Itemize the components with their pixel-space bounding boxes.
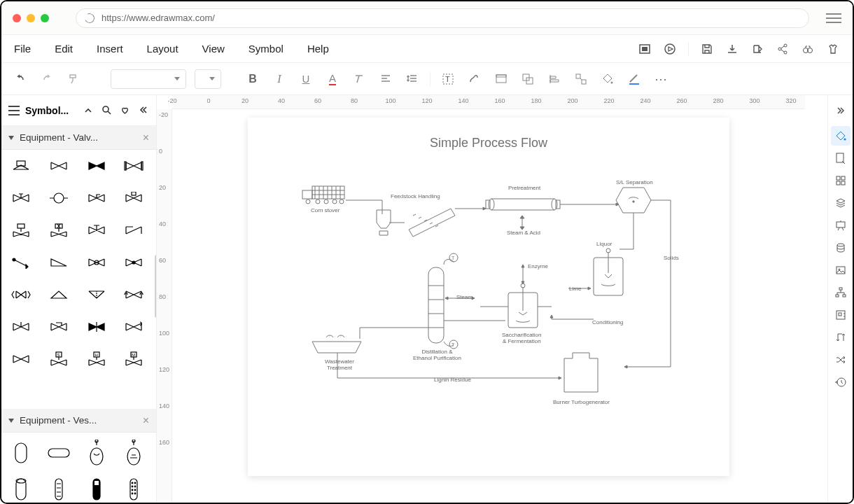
vessel-shape-2[interactable] xyxy=(83,440,111,466)
menu-file[interactable]: File xyxy=(14,43,31,55)
valve-shape-17[interactable] xyxy=(45,286,73,304)
section-header-vessels[interactable]: Equipment - Ves... × xyxy=(1,409,156,433)
valve-shape-8[interactable] xyxy=(7,221,35,239)
connector-button[interactable] xyxy=(465,70,484,88)
list-icon[interactable] xyxy=(8,106,20,115)
fill-button[interactable] xyxy=(598,70,617,88)
download-icon[interactable] xyxy=(725,42,739,56)
valve-shape-6[interactable] xyxy=(83,189,111,207)
vessel-shape-6[interactable] xyxy=(83,476,111,503)
scrollbar-thumb[interactable] xyxy=(155,255,156,318)
redo-button[interactable] xyxy=(38,70,56,88)
valve-shape-3[interactable] xyxy=(120,157,148,175)
valve-shape-9[interactable] xyxy=(45,221,73,239)
distribute-button[interactable] xyxy=(572,70,590,88)
font-family-select[interactable] xyxy=(111,69,186,89)
text-frame-button[interactable]: T xyxy=(439,70,457,88)
binoculars-icon[interactable] xyxy=(801,42,815,56)
valve-shape-21[interactable] xyxy=(45,318,73,336)
container-button[interactable] xyxy=(492,70,510,88)
canvas-area[interactable]: -200204060801001201401601802002202402602… xyxy=(157,95,827,504)
diagram-page[interactable]: Simple Process Flow xyxy=(248,118,729,476)
presentation-icon[interactable] xyxy=(831,216,850,235)
valve-shape-10[interactable] xyxy=(83,221,111,239)
present-rect-icon[interactable] xyxy=(638,42,652,56)
clear-format-button[interactable] xyxy=(350,70,368,88)
italic-button[interactable]: I xyxy=(270,70,288,88)
grid-icon[interactable] xyxy=(831,171,850,190)
vessel-shape-7[interactable] xyxy=(120,476,148,503)
valve-shape-26[interactable]: H xyxy=(83,350,111,368)
valve-shape-14[interactable] xyxy=(83,253,111,272)
more-button[interactable]: ⋯ xyxy=(652,70,670,88)
valve-shape-1[interactable] xyxy=(45,157,73,175)
menu-edit[interactable]: Edit xyxy=(55,43,73,55)
stroke-button[interactable] xyxy=(625,70,643,88)
address-bar[interactable]: https://www.edrawmax.com/ xyxy=(76,8,809,28)
history-icon[interactable] xyxy=(831,372,850,392)
font-size-select[interactable] xyxy=(195,69,221,89)
menu-insert[interactable]: Insert xyxy=(97,43,123,55)
ruler-panel-icon[interactable] xyxy=(831,305,850,325)
valve-shape-22[interactable] xyxy=(83,318,111,336)
valve-shape-27[interactable]: M xyxy=(120,350,148,368)
valve-shape-5[interactable] xyxy=(45,189,73,207)
vessel-shape-0[interactable] xyxy=(7,440,35,466)
maximize-window-button[interactable] xyxy=(41,14,49,22)
valve-shape-20[interactable] xyxy=(7,318,35,336)
share-nodes-icon[interactable] xyxy=(776,42,790,56)
play-circle-icon[interactable] xyxy=(663,42,677,56)
vessel-shape-4[interactable] xyxy=(7,476,35,503)
valve-shape-24[interactable] xyxy=(7,350,35,368)
valve-shape-4[interactable] xyxy=(7,189,35,207)
valve-shape-0[interactable] xyxy=(7,157,35,175)
valve-shape-11[interactable] xyxy=(120,221,148,239)
search-icon[interactable] xyxy=(100,104,113,117)
expand-up-icon[interactable] xyxy=(82,104,94,117)
close-icon[interactable]: × xyxy=(143,132,149,144)
menu-layout[interactable]: Layout xyxy=(147,43,178,55)
vessel-shape-3[interactable] xyxy=(120,440,148,466)
valve-shape-16[interactable] xyxy=(7,286,35,304)
format-painter-button[interactable] xyxy=(64,70,83,88)
text-align-button[interactable] xyxy=(377,70,395,88)
minimize-window-button[interactable] xyxy=(27,14,35,22)
sitemap-icon[interactable] xyxy=(831,283,850,302)
valve-shape-25[interactable]: S xyxy=(45,350,73,368)
database-icon[interactable] xyxy=(831,238,850,258)
valve-shape-15[interactable] xyxy=(120,253,148,272)
valve-shape-13[interactable] xyxy=(45,253,73,272)
save-icon[interactable] xyxy=(700,42,714,56)
text-color-button[interactable]: A xyxy=(323,70,342,88)
menu-view[interactable]: View xyxy=(202,43,225,55)
menu-symbol[interactable]: Symbol xyxy=(248,43,284,55)
process-flow-diagram[interactable]: T T xyxy=(248,118,729,476)
page-settings-icon[interactable] xyxy=(831,148,850,168)
image-icon[interactable] xyxy=(831,260,850,280)
close-icon[interactable]: × xyxy=(143,414,149,427)
bold-button[interactable]: B xyxy=(244,70,262,88)
heart-icon[interactable] xyxy=(118,104,131,117)
section-header-valves[interactable]: Equipment - Valv... × xyxy=(1,126,156,150)
shirt-icon[interactable] xyxy=(826,42,840,56)
paint-bucket-icon[interactable] xyxy=(831,126,850,146)
vessel-shape-1[interactable] xyxy=(45,440,73,466)
layers-icon[interactable] xyxy=(831,193,850,213)
text-direction-icon[interactable] xyxy=(831,328,850,347)
valve-shape-23[interactable] xyxy=(120,318,148,336)
menu-help[interactable]: Help xyxy=(307,43,329,55)
valve-shape-2[interactable] xyxy=(83,157,111,175)
collapse-left-icon[interactable] xyxy=(136,104,149,117)
valve-shape-19[interactable] xyxy=(120,286,148,304)
undo-button[interactable] xyxy=(11,70,29,88)
close-window-button[interactable] xyxy=(13,14,21,22)
shuffle-icon[interactable] xyxy=(831,350,850,370)
valve-shape-18[interactable] xyxy=(83,286,111,304)
underline-button[interactable]: U xyxy=(297,70,315,88)
line-spacing-button[interactable] xyxy=(403,70,421,88)
vessel-shape-5[interactable] xyxy=(45,476,73,503)
export-icon[interactable] xyxy=(750,42,764,56)
group-button[interactable] xyxy=(519,70,537,88)
valve-shape-12[interactable] xyxy=(7,253,35,272)
hamburger-menu-button[interactable] xyxy=(826,13,841,23)
